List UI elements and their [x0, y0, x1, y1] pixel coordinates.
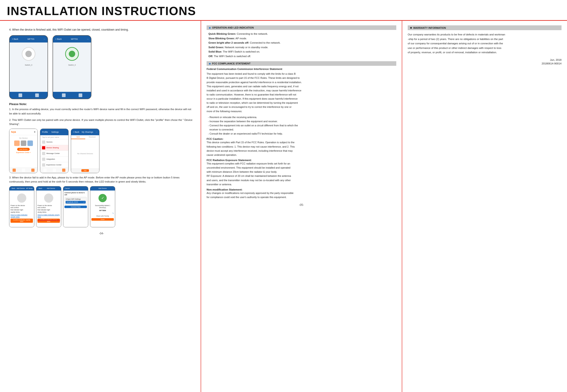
led-solid-blue: Solid Blue: The WIFI Switch is switched … [207, 50, 396, 54]
ap-phone4-body: ✓ Successfully Added 1 Device(s) WFT5BM … [90, 191, 115, 227]
experience-center-link[interactable]: Experience Center > [16, 152, 31, 153]
fcc-header-text: FCC COMPLIANCE STATEMENT [212, 62, 251, 65]
ap2-body-text: Power on the deviceand confirmthat indic… [38, 204, 60, 213]
sharing-tab-received[interactable]: Received [85, 135, 99, 139]
note1-text: 1. In the process of adding device, you … [9, 107, 194, 116]
profile-footer-profile [62, 168, 65, 172]
ap2-device-icon [44, 194, 53, 203]
sharing-dots: ··· [96, 131, 97, 133]
ap-phone3-body: Connect phone to device's wifi ①Open WiF… [63, 191, 88, 227]
tuya-top-bar: tuya + [9, 129, 38, 135]
fcc-list-4: - Consult the dealer or an experienced r… [207, 132, 396, 136]
page: INSTALLATION INSTRUCTIONS 4. When the de… [0, 0, 567, 392]
ap1-apmode: AP Mode [26, 188, 33, 189]
phone1-switch-circle [25, 51, 32, 57]
ap3-wifi-settings-box: ①Open WiFi Settings SmartLife-XXXX ✓ [64, 197, 87, 205]
message-icon [42, 152, 45, 155]
phone2-title: WFT5S [71, 38, 78, 40]
tuya-logo: tuya [11, 131, 16, 133]
sharing-title: My Sharings [82, 131, 93, 133]
sharing-screen: < Back My Sharings ··· Sent Received No … [71, 129, 99, 173]
operation-section-header: ◆ OPERATION AND LED INDICATION [207, 25, 396, 30]
tuya-footer [9, 168, 38, 173]
profile-screenshots-row: tuya + No Device Add Device Experience C… [9, 129, 194, 173]
phone2-switch-icon [65, 47, 79, 61]
sharing-icon [42, 146, 45, 149]
left-column: 4. When the device is finished add, this… [0, 21, 201, 392]
no-shared-devices-text: No Shared Devices [77, 153, 93, 155]
integration-icon [42, 158, 45, 161]
profile-screen: Profile Settings Tap to set your name Sc… [40, 129, 69, 173]
ap3-connect-btn[interactable]: Connect Now [64, 206, 87, 208]
profile-message-center: Message Center [40, 151, 68, 156]
ap4-title: Add Device [99, 188, 107, 189]
diamond-icon-2: ◆ [209, 62, 211, 65]
ap-phone-2: ‹ Back Add Device Power on the deviceand… [36, 186, 61, 227]
phone1-dots: ··· [43, 38, 45, 40]
ap-screenshots-row: ‹ Back Add Device AP Mode Power on the d… [9, 186, 194, 227]
dev-icon-3 [28, 140, 33, 146]
led-quick-blinking: Quick Blinking Green: Connecting to the … [207, 32, 396, 36]
led-off: Off: The WIFI Switch is switched off. [207, 54, 396, 59]
phone1-bottom-bar [10, 92, 47, 99]
ap4-done-btn[interactable]: Done [91, 218, 114, 221]
ap2-confirm-btn[interactable]: Confirm indicator slowly blink [38, 219, 60, 223]
ap4-device-row: ✎ [91, 212, 114, 214]
dev-icon-1 [14, 140, 20, 146]
ap2-link-text[interactable]: How to make indicator slowly blink [38, 214, 60, 218]
sharing-body: No Shared Devices [71, 139, 99, 168]
ap2-back: ‹ Back [38, 188, 42, 189]
right-column: ◆ WARRANTY INFORMATION Our company warra… [402, 21, 567, 392]
ap1-title: Add Device [17, 188, 25, 189]
ap-phone-3: Cancel Connect phone to device's wifi ①O… [63, 186, 88, 227]
add-device-btn[interactable]: Add Device [17, 148, 30, 151]
phone-screenshots-row1: < Back WFT5S ··· Switch_0 [9, 35, 194, 99]
phone1-switch-icon [22, 47, 35, 61]
ap1-back: ‹ Back [11, 188, 15, 189]
phone2-bottom-bar [53, 92, 91, 99]
led-solid-blue-label: Solid Blue: [208, 50, 222, 53]
led-quick-label: Quick Blinking Green: [208, 32, 236, 35]
profile-device-sharing[interactable]: Device Sharing [40, 145, 68, 151]
warranty-section-header: ◆ WARRANTY INFORMATION [408, 25, 562, 30]
phone1-label: Switch_0 [25, 64, 32, 66]
sharing-tab-sent[interactable]: Sent [71, 135, 85, 139]
phone-frame-1: < Back WFT5S ··· Switch_0 [9, 35, 48, 99]
led-items-list: Quick Blinking Green: Connecting to the … [207, 32, 396, 58]
ap4-edit-link[interactable]: ✎ [113, 212, 114, 214]
no-device-text: No Device [19, 137, 28, 139]
content-area: 4. When the device is finished add, this… [0, 21, 567, 392]
diamond-icon-1: ◆ [209, 27, 211, 29]
phone2-switch-circle [69, 51, 75, 57]
tuya-profile-icon [31, 168, 34, 172]
phone1-title: WFT5S [28, 38, 34, 40]
sharing-add-btn[interactable]: Add [81, 169, 89, 172]
profile-menu: Tap to set your name Scenes Device Shari… [40, 135, 68, 168]
left-page-num: -04- [9, 230, 194, 237]
ap4-device-name: WFT5BM [91, 210, 114, 212]
ap3-open-wifi: ①Open WiFi Settings [66, 198, 86, 200]
phone1-top-bar: < Back WFT5S ··· [10, 36, 47, 42]
ap1-link-text[interactable]: How to make indicator rapidly blink [11, 214, 33, 218]
ap-phone4-bar: Add Device [90, 186, 115, 191]
ap1-confirm-btn[interactable]: Confirm indicator rapidly blink [11, 219, 33, 223]
phone2-body: Switch_0 [53, 42, 91, 92]
phone1-back: < Back [12, 38, 18, 40]
fcc-radiation-title: FCC Radiation Exposure Statement: [207, 159, 396, 162]
note2-text: 2. This WIFI Outlet can only be paired w… [9, 118, 194, 126]
ap4-success-icon: ✓ [99, 194, 107, 202]
ap4-checkmark: ✓ [101, 196, 104, 200]
ap-phone2-bar: ‹ Back Add Device [36, 186, 61, 191]
ap1-body-text: Power on the deviceand confirmthat indic… [11, 204, 33, 213]
middle-page-num: -05- [207, 201, 396, 209]
profile-footer-mid [53, 168, 56, 172]
profile-scenes: Scenes [40, 139, 68, 145]
ap1-device-icon [17, 194, 26, 203]
fcc-caution-body: This device complies with Part 15 of the… [207, 140, 396, 157]
ap3-title-text: Connect phone to device's wifi [64, 192, 87, 196]
ap3-cancel: Cancel [65, 188, 70, 189]
led-off-label: Off: [208, 55, 213, 57]
step4-text: 4. When the device is finished add, this… [9, 28, 194, 32]
profile-footer [40, 168, 68, 173]
fcc-title: Federal Communication Commission Interfe… [207, 68, 396, 70]
